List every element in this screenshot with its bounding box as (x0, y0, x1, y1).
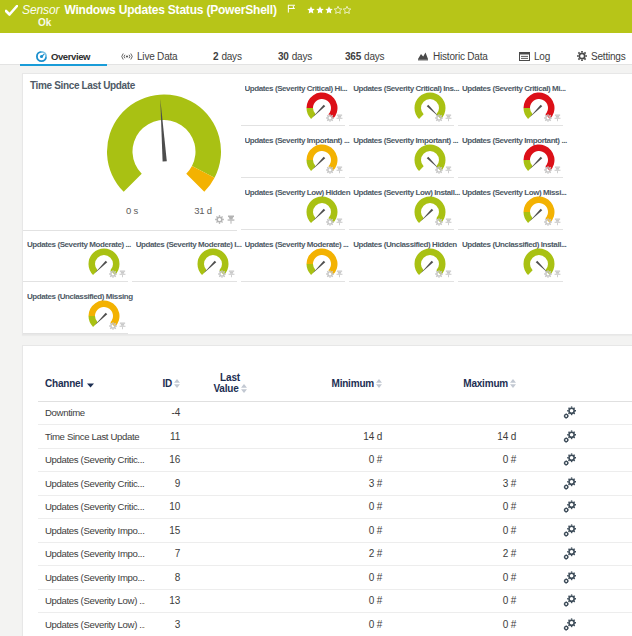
column-header-maximum[interactable]: Maximum (384, 346, 518, 401)
sort-icon[interactable] (510, 379, 516, 388)
tile-actions (326, 114, 343, 122)
gauge-pin-icon[interactable] (119, 270, 126, 278)
gauge-settings-gear-icon[interactable] (435, 166, 443, 174)
channel-settings-gears-icon[interactable] (563, 571, 577, 584)
channel-actions-cell (518, 589, 632, 613)
tab-settings[interactable]: Settings (577, 47, 626, 65)
channel-name-cell[interactable]: Downtime (38, 401, 145, 425)
primary-gauge-card[interactable]: Time Since Last Update 0 s 31 d (23, 74, 237, 231)
gauge-settings-gear-icon[interactable] (544, 218, 552, 226)
channel-maximum-cell: 14 d (384, 425, 518, 449)
column-header-minimum[interactable]: Minimum (278, 346, 384, 401)
gauge-pin-icon[interactable] (554, 218, 561, 226)
star-filled-icon[interactable] (307, 6, 315, 14)
channel-settings-gears-icon[interactable] (563, 500, 577, 513)
gauge-pin-icon[interactable] (228, 270, 235, 278)
gauge-pin-icon[interactable] (445, 218, 452, 226)
priority-stars[interactable] (307, 6, 351, 14)
column-header-id[interactable]: ID (145, 346, 182, 401)
gauge-settings-gear-icon[interactable] (326, 270, 334, 278)
channel-settings-gears-icon[interactable] (563, 594, 577, 607)
gauge-pin-icon[interactable] (336, 270, 343, 278)
channel-name-cell[interactable]: Updates (Severity Critic... (38, 448, 145, 472)
priority-flag-icon[interactable] (287, 4, 296, 13)
gauge-settings-gear-icon[interactable] (326, 166, 334, 174)
gauge-settings-gear-icon[interactable] (109, 322, 117, 330)
channel-settings-gears-icon[interactable] (563, 547, 577, 560)
tab-30-days[interactable]: 30days (278, 47, 312, 65)
channel-settings-gears-icon[interactable] (563, 430, 577, 443)
channel-settings-gears-icon[interactable] (563, 406, 577, 419)
star-filled-icon[interactable] (316, 6, 324, 14)
gauge-settings-gear-icon[interactable] (326, 114, 334, 122)
gauge-settings-gear-icon[interactable] (215, 215, 224, 224)
gauge-pin-icon[interactable] (554, 114, 561, 122)
gauge-pin-icon[interactable] (445, 114, 452, 122)
gauge-pin-icon[interactable] (336, 218, 343, 226)
gauge-settings-gear-icon[interactable] (544, 270, 552, 278)
channel-name-cell[interactable]: Time Since Last Update (38, 425, 145, 449)
gauge-settings-gear-icon[interactable] (435, 270, 443, 278)
tab-overview[interactable]: Overview (36, 47, 90, 65)
channel-name-cell[interactable]: Updates (Severity Impo... (38, 542, 145, 566)
channel-gauge-tile[interactable]: Updates (Unclassified) Hidden (349, 230, 454, 282)
gauge-settings-gear-icon[interactable] (435, 218, 443, 226)
channel-gauge-tile[interactable]: Updates (Severity Important) ... (458, 126, 563, 178)
gauge-settings-gear-icon[interactable] (544, 166, 552, 174)
channel-gauge-tile[interactable]: Updates (Severity Important) ... (349, 126, 454, 178)
channel-name-cell[interactable]: Updates (Severity Impo... (38, 519, 145, 543)
star-filled-icon[interactable] (325, 6, 333, 14)
channel-name-cell[interactable]: Updates (Severity Low) ... (38, 589, 145, 613)
gauge-settings-gear-icon[interactable] (326, 218, 334, 226)
gauge-settings-gear-icon[interactable] (544, 114, 552, 122)
channel-minimum-cell: 14 d (278, 425, 384, 449)
channel-settings-gears-icon[interactable] (563, 477, 577, 490)
gauge-pin-icon[interactable] (336, 114, 343, 122)
channel-gauge-tile[interactable]: Updates (Unclassified) Install... (458, 230, 563, 282)
channel-gauge-tile[interactable]: Updates (Severity Low) Hidden (241, 178, 346, 230)
star-empty-icon[interactable] (343, 6, 351, 14)
channel-gauge-tile[interactable]: Updates (Severity Critical) Ins... (349, 74, 454, 126)
channel-settings-gears-icon[interactable] (563, 618, 577, 631)
channel-name-cell[interactable]: Updates (Severity Low) ... (38, 613, 145, 636)
channel-gauge-tile[interactable]: Updates (Severity Moderate) ... (241, 230, 346, 282)
channel-gauge-tile[interactable]: Updates (Severity Critical) Hi... (241, 74, 346, 126)
gauge-pin-icon[interactable] (119, 322, 126, 330)
tab-log[interactable]: Log (519, 47, 550, 65)
channel-name-cell[interactable]: Updates (Severity Critic... (38, 472, 145, 496)
sort-icon[interactable] (376, 379, 382, 388)
tab-live-data[interactable]: Live Data (121, 47, 177, 65)
gauge-pin-icon[interactable] (445, 166, 452, 174)
gauge-settings-gear-icon[interactable] (109, 270, 117, 278)
channel-gauge-tile[interactable]: Updates (Unclassified) Missing (23, 282, 128, 334)
gauge-pin-icon[interactable] (445, 270, 452, 278)
channel-settings-gears-icon[interactable] (563, 524, 577, 537)
channel-gauge-tile[interactable]: Updates (Severity Low) Install... (349, 178, 454, 230)
tab-2-days[interactable]: 2days (213, 47, 242, 65)
star-empty-icon[interactable] (334, 6, 342, 14)
tile-actions (435, 270, 452, 278)
channel-gauge-tile[interactable]: Updates (Severity Low) Missi... (458, 178, 563, 230)
channel-name-cell[interactable]: Updates (Severity Impo... (38, 566, 145, 590)
sort-icon[interactable] (241, 384, 247, 393)
tab-365-days[interactable]: 365days (345, 47, 384, 65)
channel-gauge-tile[interactable]: Updates (Severity Important) ... (241, 126, 346, 178)
column-header-last-value[interactable]: LastValue (182, 346, 278, 401)
gauge-pin-icon[interactable] (554, 166, 561, 174)
channel-gauge-tile[interactable]: Updates (Severity Critical) Mi... (458, 74, 563, 126)
channel-actions-cell (518, 566, 632, 590)
gauge-settings-gear-icon[interactable] (435, 114, 443, 122)
gauge-pin-icon[interactable] (227, 215, 235, 224)
channel-gauge-tile[interactable]: Updates (Severity Moderate) I... (132, 230, 237, 282)
gauge-pin-icon[interactable] (336, 166, 343, 174)
channel-name-cell[interactable]: Updates (Severity Critic... (38, 495, 145, 519)
column-header-channel[interactable]: Channel (38, 346, 145, 401)
sort-icon[interactable] (174, 379, 180, 388)
sort-caret-icon[interactable] (87, 383, 94, 388)
channel-settings-gears-icon[interactable] (563, 453, 577, 466)
tab-historic-data[interactable]: Historic Data (417, 47, 488, 65)
channel-gauge-tile[interactable]: Updates (Severity Moderate) ... (23, 230, 128, 282)
gauge-settings-gear-icon[interactable] (218, 270, 226, 278)
tile-actions (109, 270, 126, 278)
gauge-pin-icon[interactable] (554, 270, 561, 278)
